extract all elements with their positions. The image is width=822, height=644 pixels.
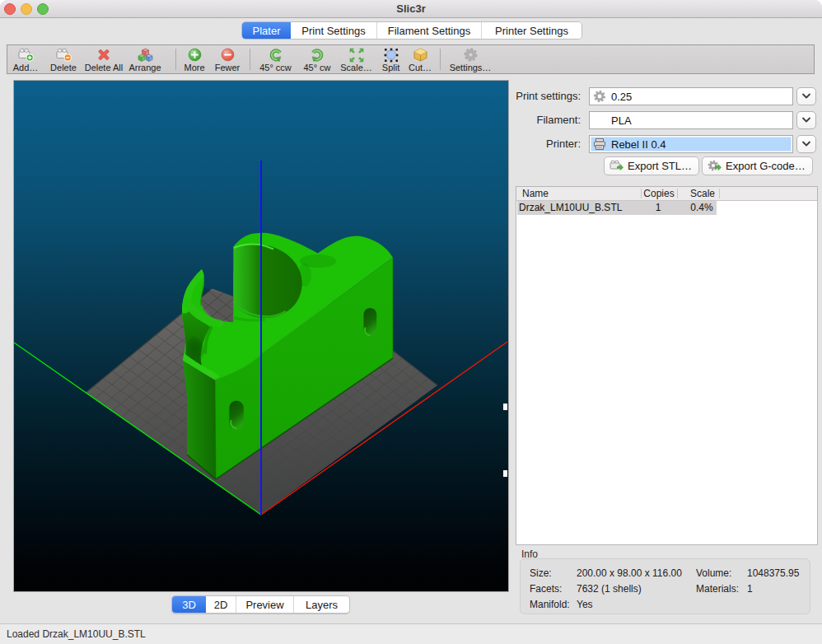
info-materials-label: Materials: bbox=[696, 583, 739, 595]
info-materials-value: 1 bbox=[747, 583, 753, 595]
view-tab-preview[interactable]: Preview bbox=[236, 596, 294, 613]
export-gcode-icon bbox=[708, 160, 722, 172]
view-tab-layers[interactable]: Layers bbox=[294, 596, 349, 613]
object-scale-cell: 0.4% bbox=[676, 201, 727, 215]
object-copies-cell: 1 bbox=[640, 201, 676, 215]
export-gcode-label: Export G-code… bbox=[726, 160, 806, 172]
toolbar-label: Settings… bbox=[441, 63, 499, 72]
filament-label: Filament: bbox=[461, 114, 581, 126]
export-gcode-button[interactable]: Export G-code… bbox=[702, 156, 813, 175]
filament-combo[interactable]: PLA bbox=[589, 111, 793, 129]
info-size-value: 200.00 x 98.00 x 116.00 bbox=[577, 567, 682, 579]
info-volume-value: 1048375.95 bbox=[747, 567, 799, 579]
model-slot-hole-right bbox=[364, 308, 377, 337]
info-manifold-label: Manifold: bbox=[530, 599, 570, 610]
object-list[interactable]: Name Copies Scale Drzak_LM10UU_B.STL 1 0… bbox=[516, 186, 818, 545]
view-tab-2d[interactable]: 2D bbox=[206, 596, 236, 613]
filament-dropdown-button[interactable] bbox=[796, 111, 816, 129]
view-mode-tabs: 3D 2D Preview Layers bbox=[171, 595, 350, 614]
printer-label: Printer: bbox=[461, 138, 581, 150]
column-header-copies[interactable]: Copies bbox=[641, 187, 677, 200]
gear-icon bbox=[593, 90, 606, 103]
print-settings-dropdown-button[interactable] bbox=[796, 87, 816, 105]
status-text: Loaded Drzak_LM10UU_B.STL bbox=[7, 628, 146, 640]
tab-filament-settings[interactable]: Filament Settings bbox=[377, 22, 482, 39]
object-row[interactable]: Drzak_LM10UU_B.STL 1 0.4% bbox=[517, 201, 717, 215]
info-facets-value: 7632 (1 shells) bbox=[577, 583, 642, 595]
filament-icon-placeholder bbox=[593, 114, 606, 127]
viewport-handle-bottom bbox=[503, 470, 507, 477]
chevron-down-icon bbox=[801, 117, 811, 124]
printer-combo[interactable]: Rebel II 0.4 bbox=[589, 135, 793, 153]
print-settings-label: Print settings: bbox=[461, 90, 581, 102]
viewport-3d[interactable] bbox=[13, 80, 509, 592]
export-stl-icon bbox=[609, 160, 624, 172]
slic3r-window: Slic3r Plater Print Settings Filament Se… bbox=[0, 0, 822, 644]
column-header-scale[interactable]: Scale bbox=[677, 187, 728, 200]
window-title: Slic3r bbox=[0, 0, 822, 17]
printer-value: Rebel II 0.4 bbox=[611, 138, 666, 151]
export-stl-label: Export STL… bbox=[628, 160, 692, 172]
main-tabs: Plater Print Settings Filament Settings … bbox=[241, 21, 582, 40]
chevron-down-icon bbox=[801, 93, 811, 100]
info-size-label: Size: bbox=[530, 567, 552, 579]
tab-print-settings[interactable]: Print Settings bbox=[291, 22, 377, 39]
print-settings-combo[interactable]: 0.25 bbox=[589, 87, 793, 105]
printer-icon bbox=[593, 138, 606, 151]
object-name-cell: Drzak_LM10UU_B.STL bbox=[519, 201, 622, 215]
statusbar: Loaded Drzak_LM10UU_B.STL bbox=[0, 623, 822, 644]
toolbar-separator bbox=[175, 49, 176, 70]
viewport-handle-top bbox=[503, 404, 507, 410]
info-box: Size: 200.00 x 98.00 x 116.00 Volume: 10… bbox=[520, 558, 810, 614]
export-stl-button[interactable]: Export STL… bbox=[604, 156, 699, 175]
printer-dropdown-button[interactable] bbox=[796, 135, 816, 153]
toolbar: Add…DeleteDelete AllArrangeMoreFewer45° … bbox=[7, 44, 815, 74]
settings-icon bbox=[441, 48, 499, 62]
toolbar-separator bbox=[440, 49, 441, 70]
tab-printer-settings[interactable]: Printer Settings bbox=[482, 22, 581, 39]
toolbar-button-settings[interactable]: Settings… bbox=[441, 48, 499, 72]
info-volume-label: Volume: bbox=[696, 567, 731, 579]
info-manifold-value: Yes bbox=[577, 599, 593, 610]
chevron-down-icon bbox=[801, 141, 811, 147]
toolbar-separator bbox=[250, 49, 250, 70]
titlebar: Slic3r bbox=[0, 0, 822, 18]
view-tab-3d[interactable]: 3D bbox=[172, 596, 206, 613]
filament-value: PLA bbox=[611, 114, 632, 127]
object-list-header: Name Copies Scale bbox=[516, 187, 817, 201]
model-slot-hole-left bbox=[229, 400, 243, 430]
column-header-name[interactable]: Name bbox=[522, 187, 549, 200]
print-settings-value: 0.25 bbox=[611, 91, 632, 103]
tab-plater[interactable]: Plater bbox=[242, 22, 291, 39]
info-facets-label: Facets: bbox=[530, 583, 562, 595]
